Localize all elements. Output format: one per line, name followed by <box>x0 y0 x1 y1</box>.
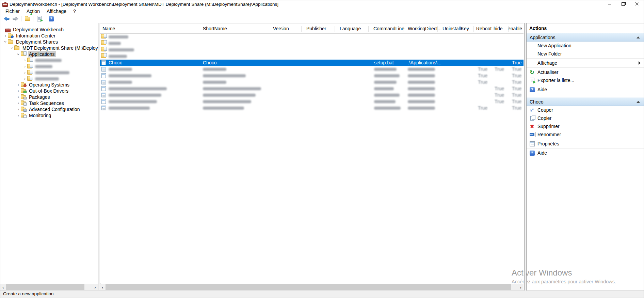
column-header-shortname[interactable]: ShortName <box>203 24 227 33</box>
tree-item-out-of-box-drivers[interactable]: › Out-of-Box Drivers <box>0 88 98 94</box>
chevron-right-icon[interactable]: › <box>22 76 27 81</box>
column-header-uninstallkey[interactable]: UninstallKey <box>442 24 469 33</box>
column-header-hide[interactable]: hide <box>494 24 502 33</box>
list-row-folder[interactable] <box>100 34 524 40</box>
column-header-reboot[interactable]: Reboot <box>476 24 492 33</box>
chevron-right-icon[interactable]: › <box>16 107 21 112</box>
chevron-right-icon[interactable]: › <box>22 64 27 69</box>
list-row-application[interactable]: True True <box>100 79 524 85</box>
list-row-application[interactable]: True True <box>100 85 524 92</box>
tree-item-mdt-deployment-share[interactable]: › MDT Deployment Share (M:\DeploymentSha… <box>0 45 98 51</box>
menu-fichier[interactable]: Fichier <box>2 8 23 15</box>
tree-item-applications[interactable]: › Applications <box>0 51 98 57</box>
scroll-left-arrow-icon[interactable]: ‹ <box>100 284 106 291</box>
tree-item-operating-systems[interactable]: › Operating Systems <box>0 82 98 88</box>
scrollbar-thumb[interactable] <box>6 284 84 291</box>
column-header-enable[interactable]: enable <box>506 24 522 33</box>
action-couper[interactable]: ✂ Couper <box>527 106 644 114</box>
chevron-right-icon[interactable]: › <box>22 70 27 75</box>
column-header-workingdirectory[interactable]: WorkingDirect... <box>408 24 441 33</box>
list-row-folder[interactable] <box>100 47 524 53</box>
chevron-right-icon[interactable]: › <box>16 95 21 99</box>
minimize-button[interactable] <box>603 0 616 8</box>
chevron-down-icon[interactable]: › <box>3 40 8 44</box>
tree-item-redacted-folder[interactable]: › <box>0 63 98 69</box>
column-header-publisher[interactable]: Publisher <box>306 24 326 33</box>
scroll-left-arrow-icon[interactable]: ‹ <box>0 284 6 291</box>
list-row-choco-selected[interactable]: Choco Choco setup.bat .\Applications\...… <box>100 60 524 66</box>
action-supprimer[interactable]: ✖ Supprimer <box>527 122 644 130</box>
column-separator[interactable] <box>491 26 491 32</box>
action-affichage[interactable]: Affichage <box>527 59 644 67</box>
scroll-right-arrow-icon[interactable]: › <box>518 284 524 291</box>
close-button[interactable] <box>630 0 644 8</box>
column-header-version[interactable]: Version <box>273 24 289 33</box>
action-aide-choco[interactable]: ? Aide <box>527 149 644 157</box>
column-header-language[interactable]: Language <box>340 24 361 33</box>
chevron-down-icon[interactable]: › <box>10 46 14 50</box>
column-separator[interactable] <box>508 26 509 32</box>
export-list-button[interactable] <box>35 15 43 22</box>
chevron-down-icon[interactable]: › <box>16 52 21 57</box>
action-proprietes[interactable]: Propriétés <box>527 140 644 148</box>
tree-item-monitoring[interactable]: › Monitoring <box>0 112 98 119</box>
action-actualiser[interactable]: ↻ Actualiser <box>527 68 644 76</box>
list-row-folder[interactable] <box>100 40 524 47</box>
list-row-application[interactable]: True True <box>100 105 524 111</box>
forward-button[interactable] <box>11 15 19 22</box>
column-header-name[interactable]: Name <box>102 24 115 33</box>
list-actions-splitter[interactable] <box>524 23 527 291</box>
tree-item-advanced-configuration[interactable]: › Advanced Configuration <box>0 106 98 112</box>
action-new-folder[interactable]: New Folder <box>527 50 644 58</box>
tree-horizontal-scrollbar[interactable]: ‹ › <box>0 284 98 291</box>
tree-item-redacted-folder[interactable]: › <box>0 69 98 76</box>
list-row-application[interactable]: True True <box>100 98 524 105</box>
chevron-up-icon[interactable] <box>637 36 640 38</box>
list-row-application[interactable]: True True True <box>100 66 524 73</box>
column-separator[interactable] <box>437 26 438 32</box>
tree-item-redacted-folder[interactable]: › <box>0 57 98 63</box>
action-copier[interactable]: Copier <box>527 114 644 122</box>
up-one-level-button[interactable] <box>23 15 31 22</box>
action-renommer[interactable]: Renommer <box>527 130 644 139</box>
action-new-application[interactable]: New Application <box>527 42 644 50</box>
list-row-application[interactable]: True True <box>100 92 524 98</box>
tree-item-packages[interactable]: › Packages <box>0 94 98 100</box>
action-aide-applications[interactable]: ? Aide <box>527 85 644 94</box>
list-horizontal-scrollbar[interactable]: ‹ › <box>100 284 524 291</box>
column-separator[interactable] <box>198 26 198 32</box>
tree-item-information-center[interactable]: › Information Center <box>0 33 98 39</box>
chevron-right-icon[interactable]: › <box>16 89 21 93</box>
menu-affichage[interactable]: Affichage <box>43 8 70 15</box>
chevron-right-icon[interactable]: › <box>16 82 21 87</box>
column-header-commandline[interactable]: CommandLine <box>373 24 404 33</box>
list-row-folder[interactable] <box>100 53 524 60</box>
chevron-right-icon[interactable]: › <box>22 58 27 63</box>
actions-section-header-choco[interactable]: Choco <box>527 97 644 106</box>
chevron-right-icon[interactable]: › <box>3 33 8 38</box>
tree-item-deployment-workbench[interactable]: Deployment Workbench <box>0 27 98 33</box>
chevron-up-icon[interactable] <box>637 101 640 103</box>
chevron-right-icon[interactable]: › <box>16 101 21 106</box>
menu-help[interactable]: ? <box>70 8 79 15</box>
folder-os-icon <box>21 83 26 87</box>
tree-item-redacted-folder[interactable]: › <box>0 76 98 82</box>
scrollbar-thumb[interactable] <box>106 284 511 291</box>
column-separator[interactable] <box>368 26 369 32</box>
action-exporter-la-liste[interactable]: Exporter la liste... <box>527 76 644 84</box>
column-separator[interactable] <box>473 26 474 32</box>
column-separator[interactable] <box>335 26 335 32</box>
actions-section-header-applications[interactable]: Applications <box>527 33 644 42</box>
column-separator[interactable] <box>301 26 302 32</box>
tree-item-task-sequences[interactable]: › Task Sequences <box>0 100 98 106</box>
menu-action[interactable]: Action <box>23 8 43 15</box>
help-button[interactable]: ? <box>47 15 55 22</box>
scroll-right-arrow-icon[interactable]: › <box>92 284 98 291</box>
list-row-application[interactable]: True True <box>100 73 524 79</box>
tree-item-deployment-shares[interactable]: › Deployment Shares <box>0 39 98 45</box>
back-button[interactable] <box>2 15 11 22</box>
restore-button[interactable] <box>616 0 630 8</box>
column-separator[interactable] <box>403 26 403 32</box>
chevron-right-icon[interactable]: › <box>16 113 21 118</box>
column-separator[interactable] <box>268 26 268 32</box>
